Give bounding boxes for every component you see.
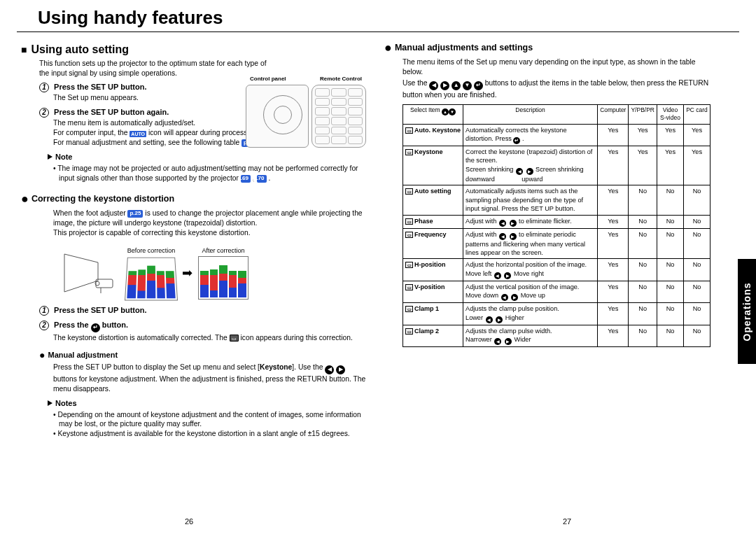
manual-body: Press the SET UP button to display the S… (53, 363, 368, 393)
row-yn: No (657, 185, 684, 215)
page-num-right: 27 (563, 517, 571, 527)
heading-manual-settings: ●Manual adjustments and settings (384, 39, 731, 56)
row-yn: Yes (657, 146, 684, 185)
note-label: Note (48, 152, 368, 162)
kstep-2-body: The keystone distortion is automatically… (53, 333, 368, 343)
right-arrow-icon-2: ▶ (440, 81, 449, 90)
row-yn: No (629, 303, 657, 325)
side-tab-operations: Operations (738, 259, 756, 364)
right-page: ●Manual adjustments and settings The men… (376, 32, 739, 439)
notes-label: Notes (48, 398, 368, 409)
note-1-text: The image may not be projected or auto a… (57, 164, 358, 182)
keystone-keyword: Keystone (260, 363, 292, 371)
row-yn: No (657, 259, 684, 281)
auto-icon: AUTO (130, 131, 146, 137)
projector-illustration (57, 248, 120, 297)
row-label: ▭Frequency (403, 228, 463, 259)
th-ypbpr: Y/PB/PR (629, 104, 657, 124)
page-ref-69: p.69 (241, 175, 251, 183)
row-yn: Yes (684, 124, 710, 146)
th-video: Video S-video (657, 104, 684, 124)
use-a: Use the (402, 79, 429, 87)
keystone-small-icon: ▭ (230, 335, 239, 342)
kstep-1-badge: 1 (39, 306, 49, 316)
row-desc: Correct the keystone (trapezoid) distort… (463, 146, 598, 185)
row-yn: Yes (629, 124, 657, 146)
enter-icon-2: ↵ (474, 81, 483, 90)
note-1: • The image may not be projected or auto… (53, 164, 368, 183)
table-row: ▭Auto settingAutomatically adjusts items… (403, 185, 710, 215)
row-yn: Yes (684, 146, 710, 185)
manual-settings-intro: The menu items of the Set up menu vary d… (402, 57, 710, 77)
keystone-figure: Before correction ➡ After correction (57, 246, 368, 300)
page-ref-25: p.25 (127, 210, 143, 218)
table-row: ▭Clamp 1Adjusts the clamp pulse position… (403, 303, 710, 325)
row-desc: Adjusts the clamp pulse position.Lower ◀… (463, 303, 598, 325)
table-row: ▭Clamp 2Adjusts the clamp pulse width.Na… (403, 325, 710, 346)
heading-manual-adjustment: ●Manual adjustment (39, 349, 368, 362)
keystone-intro: When the foot adjuster p.25 is used to c… (53, 209, 368, 238)
row-desc: Automatically corrects the keystone dist… (463, 124, 598, 146)
row-yn: No (684, 259, 710, 281)
row-yn: No (657, 281, 684, 302)
control-panel-illustration (246, 85, 309, 148)
row-yn: No (684, 185, 710, 215)
heading-manual-adjustment-text: Manual adjustment (48, 351, 118, 359)
row-yn: Yes (598, 185, 629, 215)
th-down-icon: ▼ (449, 108, 456, 115)
table-row: ▭KeystoneCorrect the keystone (trapezoid… (403, 146, 710, 185)
control-panel-figure: Control panel Remote Control (246, 76, 366, 148)
kstep-1-text: Press the SET UP button. (54, 306, 146, 314)
row-yn: Yes (629, 146, 657, 185)
heading-manual-settings-text: Manual adjustments and settings (395, 43, 533, 52)
page-num-left: 26 (185, 517, 193, 527)
kstep-1: 1 Press the SET UP button. (39, 305, 368, 316)
kstep-2b: button. (100, 321, 128, 329)
row-yn: No (684, 215, 710, 228)
fig-before: Before correction (126, 246, 176, 300)
bars-after (198, 256, 248, 300)
t3: For manual adjustment and setting, see t… (53, 139, 241, 146)
svg-marker-0 (64, 254, 98, 292)
th-select: Select Item ▲▼ (403, 104, 463, 124)
row-yn: No (684, 325, 710, 346)
row-yn: No (657, 303, 684, 325)
t1: For computer input, the (53, 129, 130, 136)
row-label: ▭V-position (403, 281, 463, 302)
row-yn: No (657, 325, 684, 346)
mb-a: Press the SET UP button to display the S… (53, 363, 260, 371)
ki-a: When the foot adjuster (53, 209, 127, 217)
row-yn: No (684, 303, 710, 325)
row-yn: No (629, 185, 657, 215)
page-numbers: 26 27 (0, 517, 756, 527)
left-arrow-icon: ◀ (325, 365, 334, 374)
step-1-text: Press the SET UP button. (54, 83, 146, 91)
step-1-badge: 1 (39, 83, 49, 92)
row-desc: Adjust the vertical position of the imag… (463, 281, 598, 302)
enter-icon: ↵ (91, 323, 100, 332)
row-label: ▭Keystone (403, 146, 463, 185)
right-arrow-icon: ▶ (336, 365, 345, 374)
row-label: ▭H-position (403, 259, 463, 281)
row-yn: Yes (598, 281, 629, 302)
row-desc: Adjust with ◀ ▶ to eliminate flicker. (463, 215, 598, 228)
th-up-icon: ▲ (442, 108, 449, 115)
fig-before-label: Before correction (127, 246, 176, 255)
table-row: ▭FrequencyAdjust with ◀ ▶ to eliminate p… (403, 228, 710, 259)
notes-2-text: Keystone adjustment is available for the… (57, 430, 349, 437)
kstep-2-badge: 2 (39, 321, 49, 330)
down-arrow-icon: ▼ (463, 81, 472, 90)
ki-c: This projector is capable of correcting … (53, 229, 251, 237)
row-desc: Adjust the horizontal position of the im… (463, 259, 598, 281)
row-yn: Yes (657, 124, 684, 146)
ks2b: icon appears during this correction. (239, 334, 353, 342)
row-yn: No (629, 281, 657, 302)
heading-keystone-text: Correcting the keystone distortion (31, 194, 174, 204)
row-yn: No (657, 228, 684, 259)
fig-after: After correction (198, 246, 248, 300)
row-yn: No (629, 228, 657, 259)
t2: icon will appear during processing. (146, 129, 259, 136)
table-row: ▭H-positionAdjust the horizontal positio… (403, 259, 710, 281)
row-label: ▭Auto setting (403, 185, 463, 215)
heading-keystone: ●Correcting the keystone distortion (21, 190, 368, 207)
